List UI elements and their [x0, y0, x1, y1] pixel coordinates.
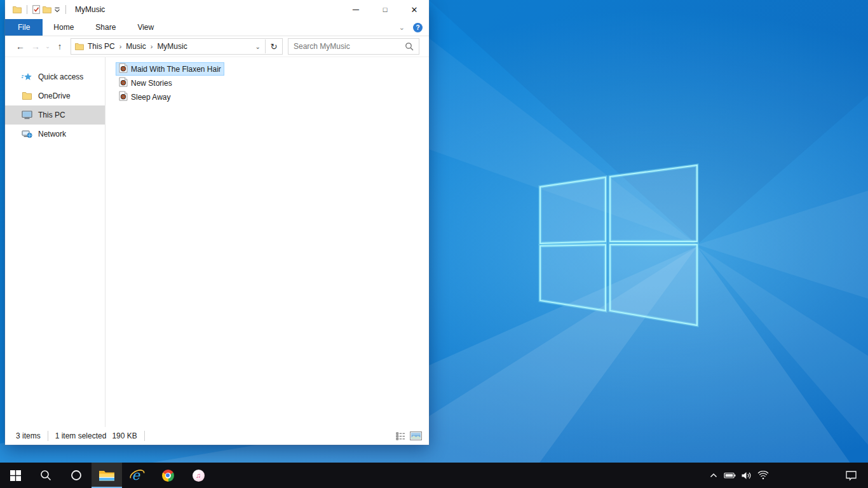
search-icon	[40, 470, 51, 481]
address-folder-icon	[75, 43, 84, 50]
qat-new-folder-button[interactable]	[41, 6, 53, 13]
breadcrumb-this-pc[interactable]: This PC	[86, 42, 116, 51]
music-file-icon	[119, 91, 128, 103]
itunes-icon: ♫	[193, 470, 205, 482]
refresh-icon[interactable]: ↻	[266, 42, 282, 51]
tab-view[interactable]: View	[126, 19, 165, 36]
quick-access-star-icon	[22, 72, 32, 82]
sidebar-item-quick-access[interactable]: Quick access	[5, 67, 105, 86]
sidebar-item-onedrive[interactable]: OneDrive	[5, 86, 105, 105]
back-button[interactable]: ←	[13, 39, 28, 54]
network-icon	[22, 130, 32, 139]
music-file-icon	[119, 77, 128, 89]
cortana-icon	[71, 470, 82, 481]
tab-share[interactable]: Share	[85, 19, 126, 36]
file-explorer-taskbar-button[interactable]	[92, 463, 122, 488]
taskbar: e ♫	[0, 463, 868, 488]
address-dropdown-chevron-icon[interactable]: ⌄	[251, 43, 265, 50]
volume-icon[interactable]	[738, 471, 755, 480]
breadcrumb-music[interactable]: Music	[125, 42, 147, 51]
file-name: Sleep Away	[131, 93, 171, 102]
windows-start-icon	[10, 470, 21, 481]
sidebar-item-label: Network	[38, 130, 66, 139]
wifi-icon[interactable]	[755, 471, 771, 480]
action-center-icon[interactable]	[843, 470, 859, 481]
breadcrumb-separator-icon: ›	[116, 43, 125, 50]
selection-count: 1 item selected	[55, 431, 107, 440]
file-item-maid-with-the-flaxen-hair[interactable]: Maid With The Flaxen Hair	[116, 62, 224, 76]
tab-home[interactable]: Home	[43, 19, 85, 36]
sidebar-item-this-pc[interactable]: This PC	[5, 105, 105, 125]
qat-properties-button[interactable]	[31, 5, 41, 14]
system-tray	[705, 463, 868, 488]
file-item-new-stories[interactable]: New Stories	[116, 76, 175, 90]
start-button[interactable]	[0, 463, 31, 488]
search-input[interactable]	[288, 42, 405, 51]
sidebar-item-label: OneDrive	[38, 92, 71, 100]
this-pc-icon	[22, 111, 32, 119]
qat-customize-dropdown[interactable]	[53, 7, 62, 13]
items-count: 3 items	[16, 431, 41, 440]
address-bar[interactable]: This PC › Music › MyMusic ⌄ ↻	[71, 38, 283, 55]
titlebar-separator	[27, 5, 27, 14]
search-box[interactable]	[288, 38, 419, 55]
thumbnails-view-button[interactable]	[408, 429, 423, 443]
search-icon[interactable]	[405, 42, 414, 51]
hidden-icons-chevron-icon[interactable]	[705, 471, 722, 480]
internet-explorer-taskbar-button[interactable]: e	[122, 463, 153, 488]
file-list[interactable]: Maid With The Flaxen Hair New Stories Sl…	[105, 57, 429, 427]
ribbon-tabs: File Home Share View ⌄ ?	[5, 19, 429, 36]
chrome-icon	[162, 470, 174, 482]
maximize-button[interactable]: □	[370, 0, 400, 19]
cortana-button[interactable]	[61, 463, 92, 488]
status-bar: 3 items 1 item selected 190 KB	[5, 427, 429, 445]
status-divider	[144, 431, 145, 441]
up-button[interactable]: ↑	[52, 39, 67, 54]
navigation-toolbar: ← → ⌄ ↑ This PC › Music › MyMusic ⌄ ↻	[5, 36, 429, 57]
sidebar-item-label: Quick access	[38, 72, 83, 81]
desktop: MyMusic ─ □ ✕ File Home Share View ⌄ ? ←…	[0, 0, 868, 488]
selection-size: 190 KB	[112, 431, 137, 440]
chrome-taskbar-button[interactable]	[153, 463, 183, 488]
battery-icon[interactable]	[722, 471, 738, 480]
itunes-taskbar-button[interactable]: ♫	[183, 463, 214, 488]
close-button[interactable]: ✕	[400, 0, 429, 19]
titlebar-separator	[65, 5, 66, 14]
tab-file[interactable]: File	[5, 19, 43, 36]
file-name: New Stories	[131, 79, 172, 88]
minimize-button[interactable]: ─	[341, 0, 370, 19]
taskbar-search-button[interactable]	[31, 463, 61, 488]
titlebar[interactable]: MyMusic ─ □ ✕	[5, 0, 429, 19]
ribbon-collapse-chevron-icon[interactable]: ⌄	[399, 24, 405, 32]
window-title: MyMusic	[75, 5, 341, 14]
explorer-window: MyMusic ─ □ ✕ File Home Share View ⌄ ? ←…	[5, 0, 429, 445]
onedrive-folder-icon	[22, 92, 32, 100]
help-icon[interactable]: ?	[413, 23, 423, 32]
forward-button[interactable]: →	[28, 39, 43, 54]
file-name: Maid With The Flaxen Hair	[131, 65, 221, 74]
sidebar-item-label: This PC	[38, 111, 65, 119]
sidebar-item-network[interactable]: Network	[5, 125, 105, 144]
status-divider	[48, 431, 48, 441]
window-folder-icon	[11, 6, 23, 13]
details-view-button[interactable]	[393, 429, 408, 443]
file-explorer-icon	[98, 469, 115, 482]
recent-locations-chevron-icon[interactable]: ⌄	[43, 39, 52, 54]
internet-explorer-icon: e	[129, 468, 146, 483]
file-item-sleep-away[interactable]: Sleep Away	[116, 90, 174, 104]
navigation-pane: Quick access OneDrive This PC	[5, 57, 105, 427]
breadcrumb-separator-icon: ›	[147, 43, 156, 50]
breadcrumb-mymusic[interactable]: MyMusic	[156, 42, 188, 51]
music-file-icon	[119, 63, 128, 75]
window-body: Quick access OneDrive This PC	[5, 57, 429, 427]
